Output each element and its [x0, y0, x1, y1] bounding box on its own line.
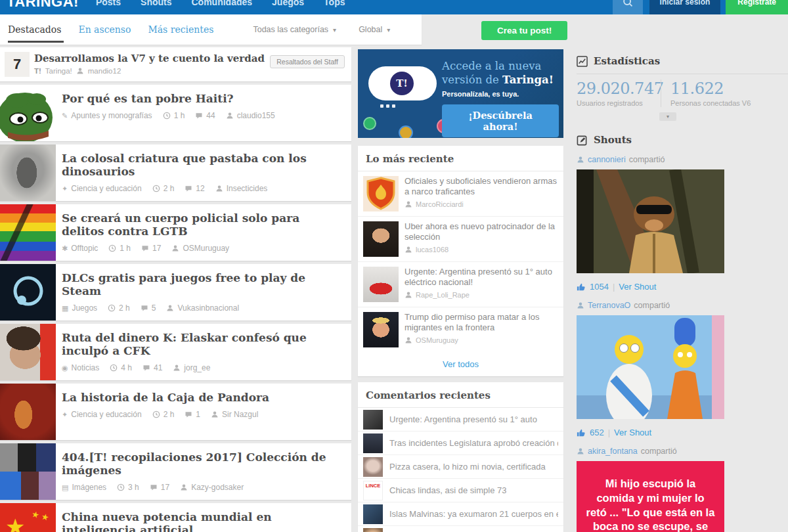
- recent-comments-title: Comentarios recientes: [358, 382, 563, 408]
- post-source[interactable]: Taringa!: [45, 67, 72, 75]
- post-author[interactable]: Sir Nazgul: [222, 410, 258, 419]
- post-author[interactable]: Vukasinbnacional: [177, 303, 239, 313]
- post-title[interactable]: 404.[T! recopilaciones 2017] Colección d…: [62, 451, 345, 477]
- category-dropdown[interactable]: Todas las categorías▾: [253, 25, 336, 34]
- tab-en-ascenso[interactable]: En ascenso: [78, 14, 131, 45]
- stats-row: 29.020.747 Usuarios registrados 11.622 P…: [577, 79, 788, 107]
- comment-thumbnail: [363, 433, 383, 453]
- recent-comment-item[interactable]: Reino Unido advierte a España "protegere…: [358, 526, 563, 532]
- nav-item-shouts[interactable]: Shouts: [141, 0, 171, 7]
- post-card[interactable]: China nueva potencia mundial en intelige…: [0, 503, 351, 532]
- see-all-link[interactable]: Ver todos: [358, 352, 563, 376]
- taringa-t-logo: T!: [390, 72, 414, 95]
- post-category[interactable]: Imágenes: [72, 483, 106, 492]
- post-title[interactable]: La colosal criatura que pastaba con los …: [62, 152, 345, 178]
- post-card[interactable]: Se creará un cuerpo policial solo para d…: [0, 204, 351, 261]
- post-title[interactable]: La historia de la Caja de Pandora: [62, 391, 345, 404]
- recent-comment-item[interactable]: Tras incidentes Legislatura aprobó creac…: [358, 432, 563, 455]
- recent-post-item[interactable]: Trump dio permiso para matar a los migra…: [358, 307, 563, 352]
- shout-text-image[interactable]: Mi hijo escupió la comida y mi mujer lo …: [577, 461, 724, 532]
- post-category[interactable]: Ciencia y educación: [71, 410, 141, 419]
- post-author[interactable]: mandio12: [88, 67, 121, 75]
- post-author[interactable]: Kazy-godsaker: [191, 483, 244, 492]
- taringa-blimp-icon: T!: [368, 66, 437, 100]
- shout-author[interactable]: akira_fontana: [588, 447, 638, 456]
- post-author[interactable]: Insecticides: [227, 184, 268, 193]
- stats-chart-icon: [577, 56, 588, 67]
- thumbs-up-icon[interactable]: [577, 282, 586, 292]
- stats-expand-button[interactable]: ▾: [659, 112, 676, 121]
- tab-mas-recientes[interactable]: Más recientes: [148, 14, 213, 45]
- comment-icon: [141, 244, 149, 252]
- category-icon: ✦: [62, 185, 68, 193]
- nav-item-tops[interactable]: Tops: [324, 0, 345, 7]
- search-button[interactable]: [613, 0, 643, 14]
- post-author[interactable]: jorg_ee: [184, 363, 210, 372]
- comment-icon: [185, 410, 192, 418]
- post-category[interactable]: Juegos: [72, 303, 97, 313]
- view-shout-link[interactable]: Ver Shout: [619, 282, 656, 292]
- nav-item-posts[interactable]: Posts: [96, 0, 121, 7]
- post-title[interactable]: Se creará un cuerpo policial solo para d…: [62, 211, 345, 238]
- recent-post-item[interactable]: Urgente: Argentina presentó su 1° auto e…: [358, 262, 563, 307]
- promo-brand: Taringa!: [502, 74, 554, 86]
- recent-comment-item[interactable]: Pizza casera, lo hizo mi novia, certific…: [358, 455, 563, 479]
- recent-post-item[interactable]: Oficiales y suboficiales vendieron armas…: [358, 171, 563, 217]
- post-time: 4 h: [121, 363, 132, 372]
- post-thumbnail: [0, 384, 56, 440]
- shout-author[interactable]: cannonieri: [588, 155, 626, 164]
- view-shout-link[interactable]: Ver Shout: [614, 428, 651, 437]
- recent-post-item[interactable]: Uber ahora es nuevo patrocinador de la s…: [358, 217, 563, 262]
- post-card[interactable]: Ruta del dinero K: Elaskar confesó que i…: [0, 324, 351, 380]
- recent-comment-item[interactable]: Urgente: Argentina presentó su 1° auto: [358, 408, 563, 432]
- post-title[interactable]: Ruta del dinero K: Elaskar confesó que i…: [62, 331, 345, 357]
- recent-comment-item[interactable]: Islas Malvinas: ya exumaron 21 cuerpos e…: [358, 502, 563, 526]
- user-icon: [405, 246, 412, 254]
- post-title[interactable]: Por qué es tan pobre Haiti?: [62, 92, 345, 105]
- registered-users-count: 29.020.747: [577, 79, 661, 98]
- post-card[interactable]: La historia de la Caja de Pandora ✦Cienc…: [0, 384, 351, 440]
- user-icon: [215, 185, 223, 192]
- user-icon: [173, 364, 181, 372]
- post-category[interactable]: Ciencia y educación: [71, 184, 141, 193]
- signup-button[interactable]: Regístrate: [726, 0, 788, 14]
- post-card[interactable]: La colosal criatura que pastaba con los …: [0, 144, 351, 201]
- comment-icon: [141, 304, 148, 312]
- post-category[interactable]: Apuntes y monografías: [71, 111, 152, 120]
- recent-comment-item[interactable]: LINCE Chicas lindas, asi de simple 73: [358, 479, 563, 502]
- post-title[interactable]: China nueva potencia mundial en intelige…: [62, 510, 345, 532]
- login-button[interactable]: Iniciar sesión: [649, 0, 721, 14]
- thumbs-up-icon[interactable]: [577, 428, 586, 437]
- yellow-dot-icon: [399, 125, 413, 138]
- post-category[interactable]: Offtopic: [71, 244, 98, 253]
- comment-title: Chicas lindas, asi de simple 73: [389, 485, 506, 495]
- comment-icon: [195, 112, 203, 120]
- nav-item-juegos[interactable]: Juegos: [272, 0, 304, 7]
- blimp-dots-decoration: [380, 104, 383, 108]
- comment-title: Islas Malvinas: ya exumaron 21 cuerpos e…: [389, 509, 558, 519]
- comment-thumbnail: [363, 528, 383, 532]
- right-sidebar: Estadísticas 29.020.747 Usuarios registr…: [577, 55, 788, 532]
- tab-destacados[interactable]: Destacados: [8, 14, 61, 45]
- main-nav: Posts Shouts Comunidades Juegos Tops: [96, 0, 345, 7]
- post-card[interactable]: 404.[T! recopilaciones 2017] Colección d…: [0, 443, 351, 500]
- shout-image[interactable]: [577, 315, 724, 422]
- discover-now-button[interactable]: ¡Descúbrela ahora!: [442, 104, 559, 137]
- post-title[interactable]: DLCs gratis para juegos free to play de …: [62, 271, 345, 298]
- recent-post-author: Rape_Loli_Rape: [416, 291, 470, 299]
- post-author[interactable]: claudio155: [237, 111, 275, 120]
- shout-image[interactable]: [577, 169, 724, 276]
- nav-item-comunidades[interactable]: Comunidades: [192, 0, 253, 7]
- post-card[interactable]: DLCs gratis para juegos free to play de …: [0, 264, 351, 321]
- staff-post-card[interactable]: 7 Desarrollamos la V7 y te cuento la ver…: [0, 47, 351, 81]
- taringa-logo[interactable]: TARINGA!: [7, 0, 79, 11]
- shout-author[interactable]: TerranovaO: [588, 301, 630, 310]
- post-title[interactable]: Desarrollamos la V7 y te cuento la verda…: [34, 53, 265, 64]
- create-post-button[interactable]: Crea tu post!: [481, 21, 567, 40]
- post-category[interactable]: Noticias: [72, 363, 100, 372]
- region-dropdown[interactable]: Global▾: [359, 25, 390, 34]
- post-author[interactable]: OSMuruguay: [183, 244, 229, 253]
- shout-meta: cannonieri compartió: [577, 155, 788, 164]
- post-card[interactable]: Por qué es tan pobre Haiti? ✎Apuntes y m…: [0, 85, 351, 141]
- v7-promo-banner[interactable]: T! Accede a la nueva versión de Taringa!…: [358, 49, 563, 138]
